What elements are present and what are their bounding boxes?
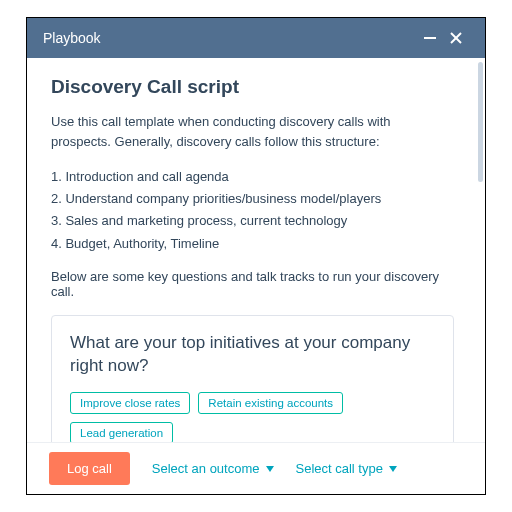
question-card: What are your top initiatives at your co… [51,315,454,442]
caret-down-icon [389,466,397,472]
select-outcome-dropdown[interactable]: Select an outcome [152,461,274,476]
close-button[interactable] [443,25,469,51]
chip-lead-generation[interactable]: Lead generation [70,422,173,442]
content-area: Discovery Call script Use this call temp… [27,58,478,442]
step-item: 2. Understand company priorities/busines… [51,188,454,210]
question-text: What are your top initiatives at your co… [70,332,435,378]
content-wrap: Discovery Call script Use this call temp… [27,58,485,442]
svg-marker-4 [389,466,397,472]
step-item: 4. Budget, Authority, Timeline [51,233,454,255]
scroll-thumb[interactable] [478,62,483,182]
close-icon [448,30,464,46]
intro-text: Use this call template when conducting d… [51,112,454,152]
below-text: Below are some key questions and talk tr… [51,269,454,299]
page-title: Discovery Call script [51,76,454,98]
caret-down-icon [266,466,274,472]
titlebar: Playbook [27,18,485,58]
chip-row: Improve close rates Retain existing acco… [70,392,435,442]
minimize-icon [422,30,438,46]
step-item: 3. Sales and marketing process, current … [51,210,454,232]
scrollbar[interactable] [478,58,485,442]
svg-marker-3 [266,466,274,472]
step-list: 1. Introduction and call agenda 2. Under… [51,166,454,254]
log-call-button[interactable]: Log call [49,452,130,485]
panel-title: Playbook [43,30,101,46]
select-outcome-label: Select an outcome [152,461,260,476]
chip-retain-accounts[interactable]: Retain existing accounts [198,392,343,414]
select-call-type-label: Select call type [296,461,383,476]
footer: Log call Select an outcome Select call t… [27,442,485,494]
playbook-panel: Playbook Discovery Call script Use this … [26,17,486,495]
chip-improve-close-rates[interactable]: Improve close rates [70,392,190,414]
minimize-button[interactable] [417,25,443,51]
step-item: 1. Introduction and call agenda [51,166,454,188]
select-call-type-dropdown[interactable]: Select call type [296,461,397,476]
